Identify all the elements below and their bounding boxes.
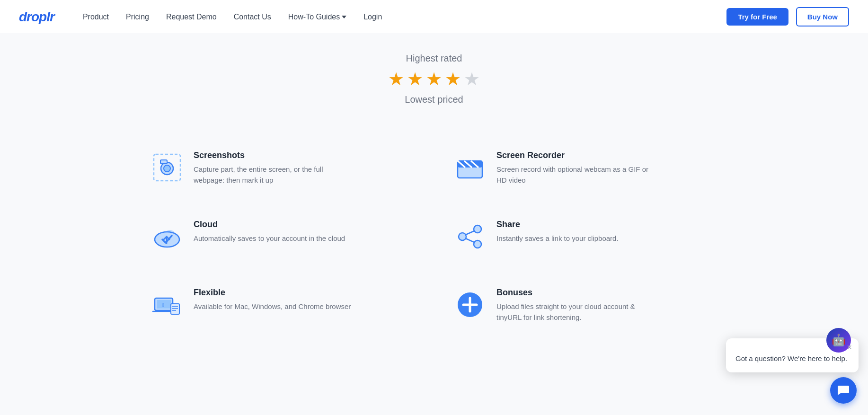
- clapperboard-icon: [453, 150, 487, 185]
- screen-recorder-title: Screen Recorder: [496, 150, 657, 160]
- cloud-icon: [150, 220, 184, 254]
- feature-screen-recorder: Screen Recorder Screen record with optio…: [434, 133, 737, 203]
- devices-icon: : [150, 288, 184, 322]
- svg-point-2: [164, 165, 170, 172]
- plus-icon: [453, 288, 487, 322]
- navbar: droplr Product Pricing Request Demo Cont…: [0, 0, 868, 34]
- buy-now-button[interactable]: Buy Now: [796, 7, 849, 26]
- nav-how-to-guides[interactable]: How-To Guides: [288, 13, 346, 21]
- features-grid: Screenshots Capture part, the entire scr…: [131, 133, 737, 340]
- nav-login[interactable]: Login: [363, 13, 382, 21]
- svg-line-17: [466, 231, 474, 235]
- bonuses-desc: Upload files straight to your cloud acco…: [496, 301, 657, 323]
- feature-share: Share Instantly saves a link to your cli…: [434, 203, 737, 271]
- svg-line-18: [466, 238, 474, 242]
- nav-links: Product Pricing Request Demo Contact Us …: [83, 13, 726, 21]
- feature-cloud: Cloud Automatically saves to your accoun…: [131, 203, 434, 271]
- feature-screenshots: Screenshots Capture part, the entire scr…: [131, 133, 434, 203]
- share-desc: Instantly saves a link to your clipboard…: [496, 233, 619, 244]
- star-4: ★: [445, 69, 461, 89]
- cloud-desc: Automatically saves to your account in t…: [194, 233, 345, 244]
- cloud-title: Cloud: [194, 220, 345, 230]
- camera-icon: [150, 150, 184, 185]
- feature-bonuses: Bonuses Upload files straight to your cl…: [434, 271, 737, 340]
- chevron-down-icon: [342, 16, 346, 18]
- chat-avatar: 🤖: [826, 328, 851, 340]
- screen-recorder-text: Screen Recorder Screen record with optio…: [496, 150, 657, 185]
- logo[interactable]: droplr: [19, 9, 54, 25]
- rating-section: Highest rated ★ ★ ★ ★ ★ Lowest priced: [131, 34, 737, 115]
- flexible-text: Flexible Available for Mac, Windows, and…: [194, 288, 351, 312]
- highest-rated-label: Highest rated: [131, 53, 737, 64]
- screen-recorder-desc: Screen record with optional webcam as a …: [496, 164, 657, 185]
- flexible-title: Flexible: [194, 288, 351, 298]
- star-1: ★: [388, 69, 404, 89]
- nav-actions: Try for Free Buy Now: [726, 7, 849, 26]
- lowest-priced-label: Lowest priced: [131, 94, 737, 105]
- star-5-empty: ★: [464, 69, 480, 89]
- svg-rect-23: [171, 304, 179, 314]
- star-3: ★: [426, 69, 442, 89]
- nav-request-demo[interactable]: Request Demo: [166, 13, 217, 21]
- share-text: Share Instantly saves a link to your cli…: [496, 220, 619, 244]
- bonuses-text: Bonuses Upload files straight to your cl…: [496, 288, 657, 323]
- star-2: ★: [407, 69, 423, 89]
- svg-rect-3: [160, 160, 167, 164]
- chat-bubble: 🤖 × Got a question? We're here to help.: [726, 338, 859, 340]
- share-title: Share: [496, 220, 619, 230]
- feature-flexible:  Flexible Available for Mac, Windows, a…: [131, 271, 434, 340]
- nav-pricing[interactable]: Pricing: [126, 13, 149, 21]
- nav-contact-us[interactable]: Contact Us: [234, 13, 271, 21]
- screenshots-title: Screenshots: [194, 150, 354, 160]
- svg-point-14: [459, 233, 466, 240]
- nav-product[interactable]: Product: [83, 13, 109, 21]
- screenshots-text: Screenshots Capture part, the entire scr…: [194, 150, 354, 185]
- svg-text:: : [162, 302, 164, 308]
- flexible-desc: Available for Mac, Windows, and Chrome b…: [194, 301, 351, 312]
- share-icon: [453, 220, 487, 254]
- main-content: Highest rated ★ ★ ★ ★ ★ Lowest priced Sc…: [103, 34, 765, 340]
- star-rating: ★ ★ ★ ★ ★: [131, 69, 737, 89]
- svg-point-16: [474, 240, 481, 248]
- bonuses-title: Bonuses: [496, 288, 657, 298]
- screenshots-desc: Capture part, the entire screen, or the …: [194, 164, 354, 185]
- svg-point-15: [474, 225, 481, 233]
- try-free-button[interactable]: Try for Free: [726, 8, 788, 26]
- cloud-text: Cloud Automatically saves to your accoun…: [194, 220, 345, 244]
